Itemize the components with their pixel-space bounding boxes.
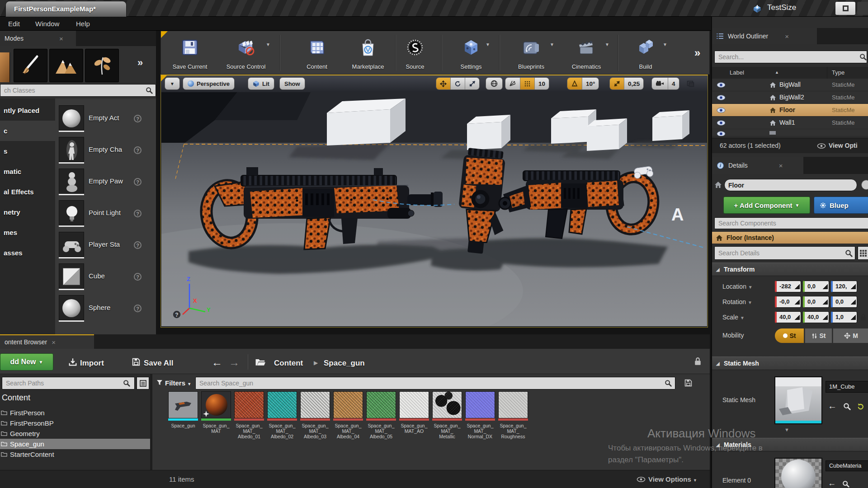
tab-world-outliner[interactable]: World Outliner ×	[712, 28, 817, 44]
rotation-z-field[interactable]: 0,0	[831, 296, 857, 308]
outliner-search-input[interactable]	[714, 51, 867, 63]
mobility-movable-button[interactable]: M	[833, 328, 868, 343]
location-y-field[interactable]: 0,0	[803, 281, 829, 292]
help-icon[interactable]: ?	[134, 305, 142, 312]
asset-roughness[interactable]: Space_gun_ MAT_ Roughness	[498, 391, 528, 421]
close-icon[interactable]: ×	[779, 162, 783, 169]
lock-icon[interactable]	[694, 357, 701, 366]
toolbar-overflow-chevron[interactable]: »	[694, 47, 700, 59]
asset-albedo-01[interactable]: Space_gun_ MAT_ Albedo_01	[234, 391, 264, 421]
rotation-label[interactable]: Rotation ▼	[722, 298, 752, 305]
section-static-mesh[interactable]: ◢ Static Mesh	[712, 357, 868, 370]
use-selected-arrow-icon[interactable]: ←	[828, 401, 837, 411]
search-paths-input[interactable]	[2, 377, 135, 389]
grid-snap-toggle[interactable]	[520, 78, 535, 89]
sort-asc-icon[interactable]: ▲	[775, 70, 779, 75]
asset-albedo-03[interactable]: Space_gun_ MAT_ Albedo_03	[300, 391, 330, 421]
asset-albedo-02[interactable]: Space_gun_ MAT_ Albedo_02	[267, 391, 297, 421]
source-control-button[interactable]: ▼ Source Control	[219, 35, 273, 73]
landscape-mode-button[interactable]	[49, 49, 83, 82]
column-divider[interactable]	[827, 67, 827, 79]
window-close-button[interactable]	[857, 2, 868, 15]
tab-details[interactable]: Details ×	[712, 157, 803, 174]
add-component-button[interactable]: + Add Component▼	[723, 197, 810, 214]
asset-albedo-04[interactable]: Space_gun_ MAT_ Albedo_04	[333, 391, 363, 421]
help-icon[interactable]: ?	[134, 273, 142, 281]
build-button[interactable]: ▼ Build	[623, 35, 668, 73]
column-type[interactable]: Type	[832, 69, 844, 76]
browse-icon[interactable]	[842, 480, 849, 488]
use-selected-arrow-icon[interactable]: ←	[828, 479, 836, 488]
eye-icon[interactable]	[717, 95, 726, 100]
blueprint-button[interactable]: Bluep	[814, 197, 868, 214]
lit-button[interactable]: Lit	[248, 77, 274, 90]
category-volumes[interactable]: mes	[0, 222, 55, 243]
rotation-snap-value[interactable]: 10°	[582, 78, 599, 89]
material-thumbnail[interactable]	[774, 458, 822, 488]
tree-folder-space-gun[interactable]: Space_gun	[0, 439, 150, 449]
rotation-x-field[interactable]: -0,0	[775, 296, 801, 308]
place-item-empty-character[interactable]: Empty Cha ?	[55, 135, 156, 166]
sources-list-button[interactable]	[137, 377, 149, 389]
drag-handle-icon[interactable]	[795, 315, 800, 320]
static-mesh-thumbnail[interactable]	[774, 376, 822, 424]
place-item-sphere[interactable]: Sphere ?	[55, 293, 156, 324]
view-options-button[interactable]: View Options ▼	[648, 475, 697, 483]
level-tab[interactable]: FirstPersonExampleMap*	[5, 1, 127, 17]
drag-handle-icon[interactable]	[823, 300, 828, 305]
section-transform[interactable]: ◢ Transform	[712, 263, 868, 276]
browse-icon[interactable]	[843, 403, 851, 410]
save-search-icon[interactable]	[684, 379, 692, 387]
reset-icon[interactable]	[857, 403, 864, 410]
menu-window[interactable]: Window	[33, 17, 62, 31]
source-button[interactable]: Source	[401, 35, 429, 73]
close-icon[interactable]: ×	[785, 33, 789, 40]
rotation-snap-toggle[interactable]	[567, 78, 582, 89]
search-details-input[interactable]	[714, 246, 855, 260]
mobility-static-button[interactable]: St	[775, 328, 804, 343]
help-icon[interactable]: ?	[134, 241, 142, 249]
asset-space-gun[interactable]: Space_gun	[168, 391, 198, 421]
scale-snap-value[interactable]: 0,25	[624, 78, 643, 89]
category-basic[interactable]: c	[0, 121, 55, 141]
search-assets-input[interactable]	[195, 377, 675, 389]
surface-snap-button[interactable]	[505, 78, 520, 89]
grid-snap-value[interactable]: 10	[535, 78, 549, 89]
modes-overflow-chevron[interactable]: »	[137, 57, 143, 69]
category-geometry[interactable]: netry	[0, 202, 55, 222]
static-mesh-value-field[interactable]: 1M_Cube	[826, 381, 868, 393]
details-view-button[interactable]	[858, 246, 868, 260]
scale-z-field[interactable]: 1,0	[831, 311, 857, 323]
outliner-row-wall1[interactable]: Wall1 StaticMe	[712, 117, 868, 129]
help-icon[interactable]: ?	[134, 146, 142, 154]
save-all-button[interactable]: Save All	[144, 359, 174, 368]
mobility-stationary-button[interactable]: St	[805, 328, 832, 343]
scale-y-field[interactable]: 40,0	[803, 311, 829, 323]
asset-space-gun-mat[interactable]: Space_gun_ MAT	[201, 391, 231, 421]
move-tool-button[interactable]	[436, 78, 451, 89]
scale-lock-icon[interactable]	[860, 314, 866, 321]
search-components-input[interactable]	[714, 217, 868, 229]
add-new-button[interactable]: dd New▼	[0, 353, 53, 371]
column-label[interactable]: Label	[730, 69, 744, 76]
eye-icon[interactable]	[717, 82, 726, 88]
content-button[interactable]: Content	[292, 35, 342, 73]
location-x-field[interactable]: -282	[775, 281, 801, 292]
camera-speed-button[interactable]	[652, 78, 668, 89]
location-z-field[interactable]: 120,	[831, 281, 857, 292]
launch-icon[interactable]	[752, 4, 762, 14]
chevron-down-icon[interactable]: ▼	[486, 42, 490, 47]
asset-albedo-05[interactable]: Space_gun_ MAT_ Albedo_05	[366, 391, 396, 421]
scale-tool-button[interactable]	[465, 78, 479, 89]
settings-button[interactable]: ▼ Settings	[448, 35, 494, 73]
viewport-scene[interactable]: A Z X Y ?	[161, 92, 707, 326]
scale-x-field[interactable]: 40,0	[775, 311, 801, 323]
marketplace-button[interactable]: Marketplace	[343, 35, 393, 73]
outliner-view-options-button[interactable]: View Opti	[829, 142, 858, 149]
place-item-player-start[interactable]: Player Sta ?	[55, 230, 156, 261]
tree-folder-startercontent[interactable]: StarterContent	[0, 449, 150, 460]
rotate-tool-button[interactable]	[451, 78, 465, 89]
viewport-help-icon[interactable]: ?	[173, 310, 181, 319]
viewport-options-button[interactable]: ▼	[165, 77, 180, 90]
tab-modes[interactable]: Modes ×	[0, 31, 76, 46]
